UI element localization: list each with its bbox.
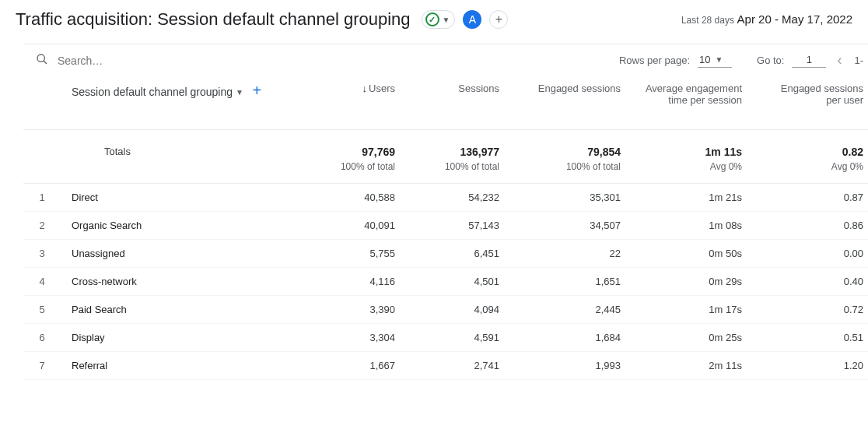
add-dimension-button[interactable]: + [253,82,262,99]
chevron-down-icon: ▼ [236,88,243,97]
check-circle-icon: ✓ [425,12,439,26]
metric-cell: 40,588 [302,183,406,211]
col-header-sessions[interactable]: Sessions [406,75,510,129]
data-table: Session default channel grouping ▼ + ↓Us… [23,75,868,380]
col-header-avg-engagement[interactable]: Average engagement time per session [632,75,753,129]
metric-cell: 5,755 [302,239,406,267]
metric-cell: 1,651 [510,267,632,295]
table-row[interactable]: 2Organic Search40,09157,14334,5071m 08s0… [23,211,868,239]
metric-cell: 0.72 [753,295,868,323]
metric-cell: 1m 17s [632,295,753,323]
metric-cell: 57,143 [406,211,510,239]
metric-cell: 1.20 [753,351,868,379]
date-label: Last 28 days [681,15,734,26]
dimension-label: Session default channel grouping [72,86,233,98]
metric-cell: 2m 11s [632,351,753,379]
metric-cell: 0m 29s [632,267,753,295]
report-header: Traffic acquisition: Session default cha… [0,0,868,39]
metric-cell: 3,390 [302,295,406,323]
status-badge[interactable]: ✓ ▼ [422,10,456,29]
dimension-header[interactable]: Session default channel grouping ▼ + [61,75,302,129]
metric-cell: 22 [510,239,632,267]
metric-cell: 2,445 [510,295,632,323]
metric-cell: 1,684 [510,323,632,351]
goto-label: Go to: [757,55,784,66]
table-row[interactable]: 3Unassigned5,7556,451220m 50s0.00 [23,239,868,267]
row-index: 4 [23,267,61,295]
metric-cell: 1m 08s [632,211,753,239]
metric-cell: 0m 50s [632,239,753,267]
row-index: 1 [23,183,61,211]
svg-point-0 [37,55,44,62]
sort-descending-icon: ↓ [362,83,368,94]
metric-cell: 1,993 [510,351,632,379]
metric-cell: 40,091 [302,211,406,239]
table-toolbar: Rows per page: 10 ▼ Go to: 1 ‹ 1- [23,44,868,75]
segment-badge[interactable]: A [463,10,481,29]
row-index: 2 [23,211,61,239]
metric-cell: 4,094 [406,295,510,323]
metric-cell: 35,301 [510,183,632,211]
row-index: 7 [23,351,61,379]
add-segment-button[interactable]: + [489,10,508,29]
col-header-engaged-sessions[interactable]: Engaged sessions [510,75,632,129]
row-index: 6 [23,323,61,351]
page-range: 1- [854,55,863,66]
metric-cell: 4,116 [302,267,406,295]
metric-cell: 1,667 [302,351,406,379]
metric-cell: 34,507 [510,211,632,239]
rows-per-page-label: Rows per page: [619,55,690,66]
metric-cell: 0.40 [753,267,868,295]
search-input[interactable] [56,54,227,68]
metric-cell: 6,451 [406,239,510,267]
metric-cell: 4,591 [406,323,510,351]
page-title: Traffic acquisition: Session default cha… [16,9,411,30]
channel-name[interactable]: Unassigned [61,239,302,267]
metric-cell: 0m 25s [632,323,753,351]
metric-cell: 0.00 [753,239,868,267]
metric-cell: 3,304 [302,323,406,351]
row-index: 3 [23,239,61,267]
date-range: Apr 20 - May 17, 2022 [737,12,852,26]
table-row[interactable]: 7Referral1,6672,7411,9932m 11s1.20 [23,351,868,379]
metric-cell: 2,741 [406,351,510,379]
svg-line-1 [44,61,47,64]
metric-cell: 4,501 [406,267,510,295]
metric-cell: 54,232 [406,183,510,211]
report-panel: Rows per page: 10 ▼ Go to: 1 ‹ 1- Sessio… [23,44,868,380]
date-range-picker[interactable]: Last 28 days Apr 20 - May 17, 2022 [681,12,852,27]
rows-per-page-value: 10 [699,54,710,65]
prev-page-button[interactable]: ‹ [834,52,845,69]
table-row[interactable]: 1Direct40,58854,23235,3011m 21s0.87 [23,183,868,211]
goto-input[interactable]: 1 [792,54,826,68]
row-index: 5 [23,295,61,323]
channel-name[interactable]: Direct [61,183,302,211]
search-icon [36,53,48,68]
chevron-down-icon: ▼ [443,16,450,24]
metric-cell: 0.51 [753,323,868,351]
channel-name[interactable]: Display [61,323,302,351]
channel-name[interactable]: Paid Search [61,295,302,323]
col-header-engaged-per-user[interactable]: Engaged sessions per user [753,75,868,129]
metric-cell: 1m 21s [632,183,753,211]
channel-name[interactable]: Cross-network [61,267,302,295]
metric-cell: 0.86 [753,211,868,239]
totals-label: Totals [61,129,302,183]
table-row[interactable]: 4Cross-network4,1164,5011,6510m 29s0.40 [23,267,868,295]
rows-per-page-select[interactable]: 10 ▼ [698,54,732,68]
totals-row: Totals 97,769100% of total 136,977100% o… [23,129,868,183]
col-header-users[interactable]: ↓Users [302,75,406,129]
table-row[interactable]: 6Display3,3044,5911,6840m 25s0.51 [23,323,868,351]
metric-cell: 0.87 [753,183,868,211]
chevron-down-icon: ▼ [715,55,723,64]
table-row[interactable]: 5Paid Search3,3904,0942,4451m 17s0.72 [23,295,868,323]
channel-name[interactable]: Organic Search [61,211,302,239]
channel-name[interactable]: Referral [61,351,302,379]
